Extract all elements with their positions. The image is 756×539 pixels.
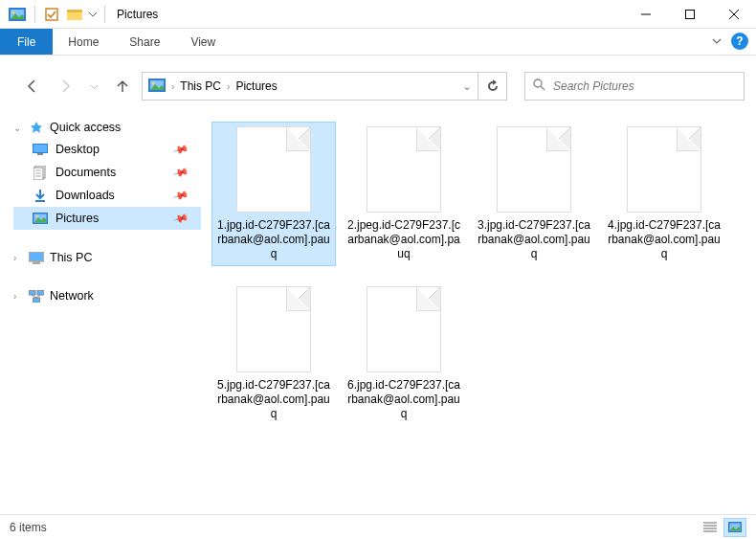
quick-access-toolbar	[0, 4, 109, 25]
svg-rect-31	[33, 298, 40, 303]
maximize-button[interactable]	[668, 0, 712, 29]
chevron-right-icon[interactable]: ›	[227, 81, 230, 92]
explorer-body: ⌄ Quick access Desktop 📌 Documents 📌	[0, 107, 756, 521]
file-icon	[236, 126, 311, 213]
window-controls	[624, 0, 756, 29]
nav-this-pc-label: This PC	[50, 251, 92, 264]
nav-item-label: Pictures	[56, 212, 99, 225]
view-details-button[interactable]	[699, 518, 722, 537]
qat-customize-dropdown[interactable]	[87, 4, 99, 25]
tab-share[interactable]: Share	[114, 29, 175, 55]
refresh-button[interactable]	[478, 72, 507, 101]
titlebar: Pictures	[0, 0, 756, 29]
file-tab[interactable]: File	[0, 29, 53, 55]
documents-icon	[33, 165, 48, 180]
file-icon	[627, 126, 701, 213]
nav-quick-access[interactable]: ⌄ Quick access	[13, 117, 201, 138]
chevron-right-icon[interactable]: ›	[13, 253, 23, 263]
svg-rect-27	[30, 253, 43, 260]
status-bar: 6 items	[0, 514, 756, 539]
pictures-folder-icon	[148, 79, 166, 95]
search-icon	[533, 79, 545, 94]
svg-point-25	[35, 215, 37, 217]
nav-item-downloads[interactable]: Downloads 📌	[13, 184, 201, 207]
svg-rect-4	[67, 10, 82, 12]
ribbon-expand-button[interactable]	[708, 33, 725, 50]
qat-new-folder-button[interactable]	[64, 4, 85, 25]
file-icon	[236, 286, 311, 372]
nav-arrows	[23, 77, 132, 96]
svg-rect-28	[33, 261, 40, 264]
breadcrumb-this-pc[interactable]: This PC	[180, 79, 221, 93]
svg-rect-3	[46, 9, 57, 20]
chevron-right-icon[interactable]: ›	[13, 291, 23, 302]
desktop-icon	[33, 142, 48, 157]
file-item[interactable]: 4.jpg.id-C279F237.[carbanak@aol.com].pau…	[603, 123, 725, 265]
pin-icon: 📌	[172, 187, 190, 204]
nav-this-pc[interactable]: › This PC	[13, 247, 201, 268]
svg-point-11	[152, 81, 155, 84]
file-list[interactable]: 1.jpg.id-C279F237.[carbanak@aol.com].pau…	[201, 107, 756, 521]
ribbon-tabs: File Home Share View ?	[0, 29, 756, 56]
back-button[interactable]	[23, 77, 42, 96]
svg-rect-30	[37, 290, 44, 295]
file-name-label: 3.jpg.id-C279F237.[carbanak@aol.com].pau…	[477, 218, 591, 261]
nav-quick-access-label: Quick access	[50, 121, 121, 134]
this-pc-icon	[29, 250, 44, 265]
file-item[interactable]: 6.jpg.id-C279F237.[carbanak@aol.com].pau…	[343, 282, 465, 425]
navigation-bar: › This PC › Pictures ⌄	[0, 65, 756, 107]
nav-item-label: Downloads	[56, 189, 115, 202]
pictures-icon	[33, 211, 48, 226]
file-icon	[367, 126, 441, 213]
svg-rect-16	[37, 153, 43, 155]
file-item[interactable]: 5.jpg.id-C279F237.[carbanak@aol.com].pau…	[212, 282, 335, 425]
close-button[interactable]	[712, 0, 756, 29]
svg-rect-29	[29, 290, 35, 295]
file-name-label: 6.jpg.id-C279F237.[carbanak@aol.com].pau…	[346, 378, 461, 421]
address-bar[interactable]: › This PC › Pictures ⌄	[142, 72, 478, 101]
nav-network[interactable]: › Network	[13, 285, 201, 306]
nav-item-desktop[interactable]: Desktop 📌	[13, 138, 201, 161]
tab-home[interactable]: Home	[53, 29, 114, 55]
nav-item-label: Documents	[56, 166, 116, 179]
help-icon[interactable]: ?	[731, 33, 748, 50]
address-history-dropdown[interactable]: ⌄	[462, 79, 472, 93]
forward-button[interactable]	[56, 77, 75, 96]
star-icon	[29, 120, 44, 135]
nav-item-documents[interactable]: Documents 📌	[13, 161, 201, 184]
file-item[interactable]: 2.jpeg.id-C279F237.[carbanak@aol.com].pa…	[343, 123, 465, 265]
nav-item-label: Desktop	[56, 143, 100, 156]
minimize-button[interactable]	[624, 0, 668, 29]
status-item-count: 6 items	[10, 521, 47, 534]
file-icon	[367, 286, 441, 372]
file-name-label: 2.jpeg.id-C279F237.[carbanak@aol.com].pa…	[346, 218, 461, 261]
window-title: Pictures	[109, 8, 624, 21]
view-large-icons-button[interactable]	[723, 518, 746, 537]
search-input[interactable]	[553, 79, 736, 93]
file-item[interactable]: 1.jpg.id-C279F237.[carbanak@aol.com].pau…	[212, 123, 335, 265]
file-name-label: 4.jpg.id-C279F237.[carbanak@aol.com].pau…	[607, 218, 722, 261]
chevron-right-icon[interactable]: ›	[171, 81, 174, 92]
network-icon	[29, 288, 44, 303]
pin-icon: 📌	[172, 164, 190, 181]
qat-separator-2	[104, 6, 105, 23]
pin-icon: 📌	[172, 141, 190, 158]
nav-network-label: Network	[50, 289, 94, 303]
search-box[interactable]	[524, 72, 745, 101]
qat-separator	[34, 6, 35, 23]
chevron-down-icon[interactable]: ⌄	[13, 123, 23, 133]
svg-rect-15	[33, 145, 47, 152]
file-item[interactable]: 3.jpg.id-C279F237.[carbanak@aol.com].pau…	[473, 123, 595, 265]
svg-point-12	[534, 79, 542, 87]
qat-properties-button[interactable]	[41, 4, 62, 25]
svg-point-2	[12, 11, 15, 13]
tab-view[interactable]: View	[175, 29, 231, 55]
up-button[interactable]	[113, 77, 132, 96]
svg-line-13	[541, 86, 545, 90]
navigation-pane: ⌄ Quick access Desktop 📌 Documents 📌	[0, 107, 201, 521]
file-name-label: 5.jpg.id-C279F237.[carbanak@aol.com].pau…	[216, 378, 331, 421]
nav-item-pictures[interactable]: Pictures 📌	[13, 207, 201, 230]
recent-locations-dropdown[interactable]	[88, 77, 100, 96]
breadcrumb-pictures[interactable]: Pictures	[235, 79, 277, 93]
explorer-app-icon	[6, 4, 29, 25]
